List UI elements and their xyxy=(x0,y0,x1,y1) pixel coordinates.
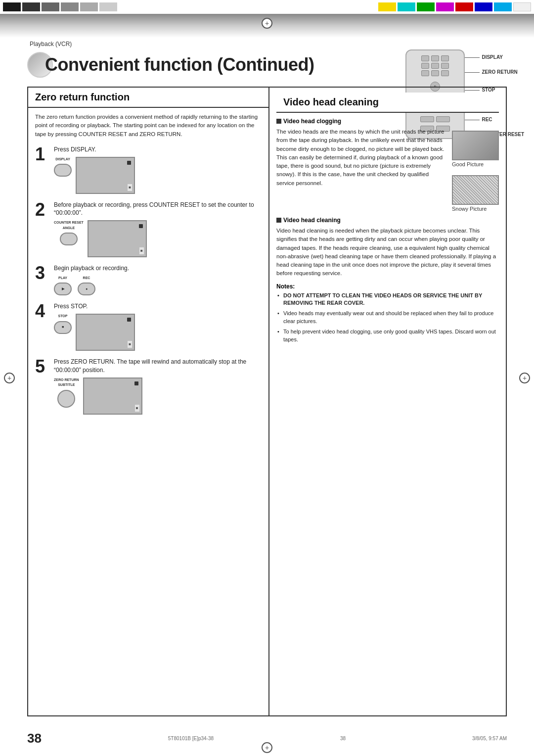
color-block-5 xyxy=(80,2,98,11)
footer-left: 5T80101B [E]p34-38 xyxy=(168,736,214,741)
step-1-number: 1 xyxy=(35,145,50,163)
step-5-btn-label: ZERO RETURNSUBTITLE xyxy=(54,378,79,388)
zero-return-button-icon xyxy=(57,390,75,408)
step-5-diagram: ZERO RETURNSUBTITLE ■ xyxy=(54,378,262,415)
page-title: Convenient function (Continued) xyxy=(45,54,314,75)
tv-counter-1: ■ xyxy=(128,184,132,191)
step-3-number: 3 xyxy=(35,264,50,282)
crosshair-top-icon xyxy=(262,18,272,29)
left-section-header: Zero return function xyxy=(28,88,268,108)
tv-screen-5: ■ xyxy=(83,378,142,415)
step-3: 3 Begin playback or recording. PLAY ▶ RE… xyxy=(35,264,262,295)
color-blocks-right xyxy=(375,0,534,14)
step-1-screen: ■ xyxy=(76,157,262,194)
picture-comparison: Good Picture Snowy Picture xyxy=(452,131,499,212)
note-item-3: To help prevent video head clogging, use… xyxy=(276,328,499,344)
color-block-4 xyxy=(61,2,79,11)
remote-btn-6 xyxy=(441,63,449,69)
remote-btn-5 xyxy=(431,63,439,69)
rec-button-icon: ● xyxy=(78,283,95,295)
color-block-magenta xyxy=(436,2,454,11)
step-1-content: Press DISPLAY. DISPLAY ■ xyxy=(54,145,262,194)
color-block-1 xyxy=(3,2,21,11)
snowy-picture-screen xyxy=(452,175,499,205)
right-section-header: Video head cleaning xyxy=(276,93,499,113)
cleaning-text: Video head cleaning is needed when the p… xyxy=(276,227,499,278)
tv-counter-5: ■ xyxy=(135,405,139,412)
clogging-section: Video head clogging Good Picture Snowy P… xyxy=(276,118,499,188)
tv-counter-4: ■ xyxy=(128,341,132,348)
step-4: 4 Press STOP. STOP ■ ■ xyxy=(35,302,262,351)
snowy-picture-label: Snowy Picture xyxy=(452,206,487,212)
remote-label-display: DISPLAY xyxy=(465,53,524,61)
notes-title: Notes: xyxy=(276,283,499,290)
left-intro-text: The zero return function provides a conv… xyxy=(35,113,262,139)
clogging-subtitle: Video head clogging xyxy=(276,118,499,125)
step-5-screen: ■ xyxy=(83,378,262,415)
step-3-rec-label: REC xyxy=(83,276,90,281)
color-block-red xyxy=(455,2,473,11)
good-picture-screen xyxy=(452,131,499,160)
step-5-text: Press ZERO RETURN. The tape will rewind … xyxy=(54,358,262,375)
footer-center: 38 xyxy=(340,736,346,741)
tv-screen-4: ■ xyxy=(76,314,135,351)
step-2-number: 2 xyxy=(35,201,50,219)
step-2-content: Before playback or recording, press COUN… xyxy=(54,201,262,258)
notes-section: Notes: DO NOT ATTEMPT TO CLEAN THE VIDEO… xyxy=(276,283,499,344)
top-color-bar xyxy=(0,0,534,14)
cleaning-section: Video head cleaning Video head cleaning … xyxy=(276,217,499,278)
step-4-content: Press STOP. STOP ■ ■ xyxy=(54,302,262,351)
step-1-btn-label: DISPLAY xyxy=(55,157,70,162)
page-title-area: Convenient function (Continued) xyxy=(27,52,314,78)
step-4-screen: ■ xyxy=(76,314,262,351)
step-3-content: Begin playback or recording. PLAY ▶ REC … xyxy=(54,264,262,295)
cleaning-subtitle: Video head cleaning xyxy=(276,217,499,224)
good-picture-label: Good Picture xyxy=(452,161,484,167)
color-block-cyan xyxy=(398,2,415,11)
left-section-body: The zero return function provides a conv… xyxy=(28,108,268,426)
remote-btn-8 xyxy=(431,70,439,76)
display-button-icon xyxy=(54,164,72,177)
step-3-rec-icon: REC ● xyxy=(78,276,95,296)
crosshair-left-icon xyxy=(4,373,15,383)
step-1-diagram: DISPLAY ■ xyxy=(54,157,262,194)
tv-screen-1: ■ xyxy=(76,157,135,194)
step-5-button-icon: ZERO RETURNSUBTITLE xyxy=(54,378,79,408)
step-4-number: 4 xyxy=(35,302,50,320)
left-column: Zero return function The zero return fun… xyxy=(27,87,269,716)
clogging-title: Video head clogging xyxy=(283,118,341,125)
step-5-number: 5 xyxy=(35,358,50,376)
tv-indicator-4 xyxy=(127,318,131,322)
step-5-content: Press ZERO RETURN. The tape will rewind … xyxy=(54,358,262,415)
step-2-button-icon: COUNTER RESETANGLE xyxy=(54,220,84,245)
cleaning-bullet-icon xyxy=(276,218,281,223)
tv-indicator-5 xyxy=(134,381,138,385)
color-blocks-left xyxy=(0,0,120,14)
step-3-text: Begin playback or recording. xyxy=(54,264,262,273)
remote-btn-9 xyxy=(441,70,449,76)
step-2-btn-label: COUNTER RESETANGLE xyxy=(54,220,84,231)
step-2-text: Before playback or recording, press COUN… xyxy=(54,201,262,218)
step-3-play-icon: PLAY ▶ xyxy=(54,276,72,296)
cleaning-title: Video head cleaning xyxy=(283,217,341,224)
color-block-white xyxy=(513,2,531,11)
play-button-icon: ▶ xyxy=(54,283,72,295)
good-picture-item: Good Picture xyxy=(452,131,499,167)
tv-screen-2: ■ xyxy=(88,220,147,257)
snowy-picture-item: Snowy Picture xyxy=(452,175,499,212)
step-1-button-icon: DISPLAY xyxy=(54,157,72,177)
step-2: 2 Before playback or recording, press CO… xyxy=(35,201,262,258)
remote-btn-1 xyxy=(421,55,429,61)
breadcrumb: Playback (VCR) xyxy=(30,41,72,47)
crosshair-bottom-icon xyxy=(262,742,272,753)
footer-right: 3/8/05, 9:57 AM xyxy=(472,736,507,741)
clogging-bullet-icon xyxy=(276,119,281,124)
remote-btn-2 xyxy=(431,55,439,61)
step-4-text: Press STOP. xyxy=(54,302,262,311)
remote-btn-4 xyxy=(421,63,429,69)
step-1: 1 Press DISPLAY. DISPLAY ■ xyxy=(35,145,262,194)
tv-indicator-1 xyxy=(127,161,131,165)
tv-indicator-2 xyxy=(139,224,143,228)
step-2-diagram: COUNTER RESETANGLE ■ xyxy=(54,220,262,257)
step-4-diagram: STOP ■ ■ xyxy=(54,314,262,351)
